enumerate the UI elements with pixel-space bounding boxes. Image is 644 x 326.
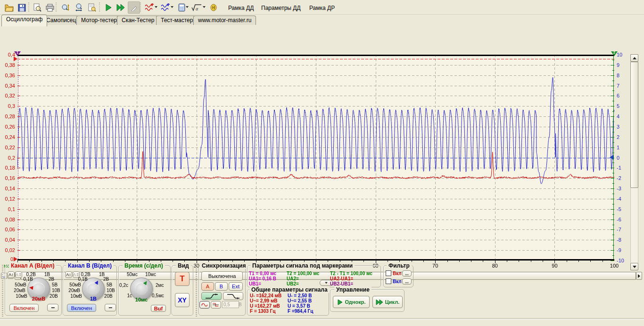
sync-source-a-button[interactable]: A [201, 282, 214, 291]
menu-ramka-dd[interactable]: Рамка ДД [226, 4, 256, 12]
view-title: Вид [176, 262, 191, 269]
y-right-tick-label: -6 [617, 217, 621, 222]
y-right-tick-label: -7 [617, 227, 621, 232]
y-right-tick-label: 9 [617, 62, 619, 68]
run-cyclic-label: Цикл. [385, 299, 399, 305]
channel-b-wave-dropdown[interactable] [171, 6, 173, 8]
sound-button[interactable] [207, 1, 220, 14]
y-left-tick-label: 0,32 [1, 93, 15, 98]
fast-forward-icon [376, 299, 384, 305]
tab-scan-tester[interactable]: Скан-Тестер [117, 16, 159, 26]
sync-rising-edge-button[interactable] [201, 292, 222, 300]
horizontal-scrollbar-right-button[interactable] [636, 272, 642, 280]
run-cyclic-button[interactable]: Цикл. [372, 296, 403, 308]
channel-b-ground-marker-icon[interactable] [610, 155, 613, 160]
y-left-tick-label: 0,2 [1, 155, 15, 161]
view-t-button[interactable]: T [175, 272, 190, 286]
view-xy-button[interactable]: XY [175, 293, 190, 307]
sync-falling-edge-button[interactable] [223, 292, 243, 300]
sync-level-input[interactable] [222, 301, 239, 308]
filter-a-settings-button[interactable]: ... [402, 270, 412, 277]
channel-b-invert-button[interactable]: − [105, 304, 116, 311]
y-left-tick-label: 0,18 [1, 165, 15, 171]
channel-a-invert-button[interactable]: − [47, 304, 58, 311]
run-single-button[interactable]: Однокр. [333, 296, 370, 308]
sync-source-ext-button[interactable]: Ext [229, 282, 243, 291]
y-right-tick-label: 10 [617, 52, 622, 57]
y-left-tick-label: 0,02 [1, 247, 15, 253]
tab-motor-master-ru[interactable]: www.motor-master.ru [193, 16, 256, 26]
tab-samopisec[interactable]: Самописец [41, 16, 81, 26]
x-tick-label: 70 [432, 263, 438, 269]
channel-a-power-button[interactable]: Включен [9, 304, 39, 312]
panel-gripper[interactable] [195, 264, 198, 317]
vertical-scrollbar-down-button[interactable] [630, 263, 638, 270]
sync-title: Синхронизация [200, 262, 248, 269]
zoom-horizontal-button[interactable] [73, 1, 85, 14]
math-sqrt-alpha-button[interactable]: α [190, 1, 203, 14]
vertical-scrollbar-thumb[interactable] [630, 62, 638, 188]
print-preview-button[interactable] [31, 1, 43, 14]
buffer-button[interactable]: Buf [151, 305, 166, 312]
marker-measurement-value: T2 - T1 = 100,00 мс [330, 271, 372, 276]
vertical-scrollbar-up-button[interactable] [630, 54, 638, 62]
toolbar-separator [140, 2, 142, 12]
panel-gripper[interactable] [1, 264, 4, 317]
y-right-tick-label: -3 [617, 186, 621, 191]
filter-a-checkbox[interactable] [386, 270, 391, 276]
y-left-tick-label: 0,1 [1, 206, 15, 212]
print-button[interactable] [44, 1, 56, 14]
menu-parametry-dd[interactable]: Параметры ДД [259, 4, 303, 12]
knob-scale-label: 0,1В [78, 277, 88, 282]
zoom-vertical-button[interactable] [59, 1, 72, 14]
toolbar-separator [56, 2, 58, 12]
sync-level-unit-label: В [239, 302, 242, 307]
start-cyclic-button[interactable] [115, 1, 127, 14]
tab-oscillograph[interactable]: Осциллограф [1, 15, 47, 26]
knob-scale-label: 20В [104, 293, 113, 299]
general-measurement-value: U =162,27 мВ [250, 303, 280, 309]
filter-b-settings-button[interactable]: ... [402, 278, 412, 285]
toolbar: α Рамка ДД Параметры ДД Рамка ДР [0, 0, 644, 15]
y-right-tick-label: 4 [617, 114, 619, 119]
calculator-dropdown[interactable] [186, 6, 189, 8]
scope-waveform-canvas[interactable] [17, 55, 614, 264]
tab-bar: Осциллограф Самописец Мотор-тестер Скан-… [0, 14, 644, 25]
channel-a-title: Канал A (В/дел) [9, 262, 56, 269]
y-left-tick-label: 0,04 [1, 237, 15, 243]
channel-a-ground-marker-icon[interactable] [14, 257, 17, 261]
channel-b-title: Канал B (В/дел) [66, 262, 114, 269]
open-file-button[interactable] [3, 1, 15, 14]
channel-b-power-button[interactable]: Включен [67, 304, 96, 312]
channel-b-selected-scale: 1В [90, 296, 97, 302]
sync-mode-level-button[interactable] [211, 301, 221, 309]
channel-b-wave-button[interactable] [159, 1, 172, 14]
math-dropdown[interactable] [203, 6, 206, 8]
y-right-tick-label: -9 [617, 247, 621, 253]
filter-b-checkbox[interactable] [386, 278, 391, 284]
y-left-tick-label: 0,14 [1, 186, 15, 191]
sync-mode-auto-button[interactable] [199, 301, 210, 309]
sync-off-button[interactable]: Выключена [201, 271, 243, 281]
y-right-tick-label: 1 [617, 145, 619, 150]
channel-b-autoscale-button[interactable]: А↕ [65, 271, 72, 278]
tab-test-master[interactable]: Тест-мастер [156, 16, 198, 26]
save-button[interactable] [16, 1, 28, 14]
sync-source-b-button[interactable]: B [215, 282, 228, 291]
y-left-tick-label: 0,12 [1, 196, 15, 202]
menu-ramka-dr[interactable]: Рамка ДР [307, 4, 337, 12]
toolbar-separator [99, 2, 101, 12]
start-button[interactable] [102, 1, 115, 14]
channel-a-autoscale-button[interactable]: А↕ [8, 271, 15, 278]
channel-a-wave-dropdown[interactable] [155, 6, 157, 8]
channel-a-wave-button[interactable] [143, 1, 156, 14]
knob-scale-label: 50мВ [69, 282, 81, 287]
knob-scale-label: 20В [50, 293, 58, 299]
zoom-page-button[interactable] [86, 1, 98, 14]
y-right-tick-label: -8 [617, 237, 621, 243]
general-measurement-value: F = 1303 Гц [250, 309, 275, 314]
tab-motor-tester[interactable]: Мотор-тестер [76, 16, 122, 26]
general-measurement-value: U- =162,24 мВ [250, 293, 281, 298]
y-left-tick-label: 0,4 [1, 52, 15, 57]
knob-scale-label: 20мВ [68, 288, 80, 293]
